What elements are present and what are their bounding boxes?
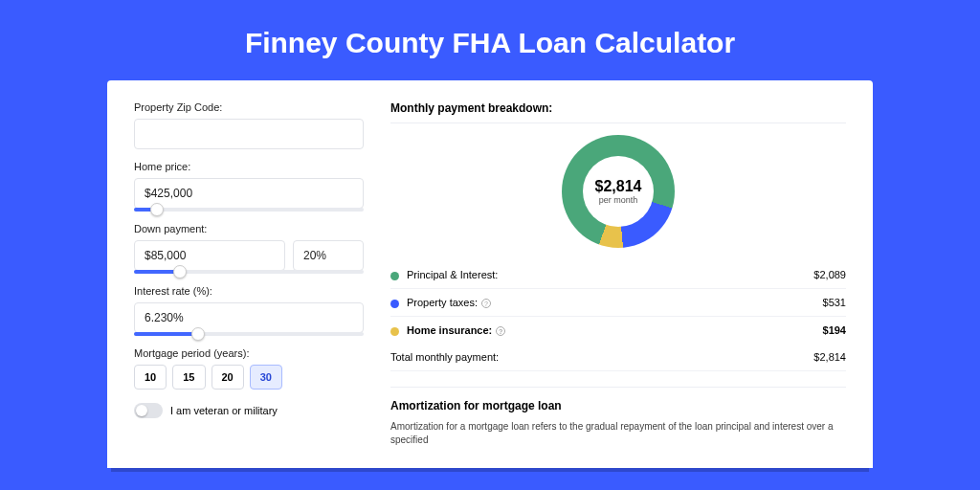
down-payment-label: Down payment: <box>134 223 364 234</box>
interest-rate-label: Interest rate (%): <box>134 285 364 297</box>
total-row: Total monthly payment: $2,814 <box>390 344 846 371</box>
veteran-label: I am veteran or military <box>170 405 278 416</box>
veteran-toggle-row: I am veteran or military <box>134 403 364 418</box>
breakdown-column: Monthly payment breakdown: $2,814 per mo… <box>390 101 846 447</box>
info-icon[interactable]: ? <box>481 299 491 308</box>
breakdown-row-value: $531 <box>823 297 846 308</box>
breakdown-row-label: Principal & Interest: <box>407 269 498 280</box>
breakdown-row-value: $194 <box>823 324 846 336</box>
mortgage-period-field: Mortgage period (years): 10152030 <box>134 347 364 390</box>
interest-rate-field: Interest rate (%): <box>134 285 364 336</box>
slider-thumb-icon[interactable] <box>191 327 205 341</box>
amortization-text: Amortization for a mortgage loan refers … <box>390 420 846 447</box>
down-payment-pct-input[interactable] <box>293 240 364 271</box>
down-payment-input[interactable] <box>134 240 285 271</box>
zip-label: Property Zip Code: <box>134 101 364 113</box>
breakdown-row: Property taxes:?$531 <box>390 289 846 317</box>
slider-thumb-icon[interactable] <box>150 203 164 216</box>
down-payment-slider[interactable] <box>134 270 364 274</box>
donut-sublabel: per month <box>599 195 638 205</box>
slider-thumb-icon[interactable] <box>173 265 187 278</box>
form-column: Property Zip Code: Home price: Down paym… <box>134 101 364 447</box>
calculator-panel: Property Zip Code: Home price: Down paym… <box>107 80 873 468</box>
info-icon[interactable]: ? <box>496 326 505 336</box>
breakdown-row: Principal & Interest:$2,089 <box>390 261 846 289</box>
toggle-knob-icon <box>136 405 147 416</box>
mortgage-period-label: Mortgage period (years): <box>134 347 364 359</box>
amortization-section: Amortization for mortgage loan Amortizat… <box>390 387 846 447</box>
breakdown-row: Home insurance:?$194 <box>390 317 846 344</box>
legend-dot-icon <box>390 327 399 336</box>
legend-dot-icon <box>390 300 399 308</box>
interest-rate-input[interactable] <box>134 302 364 333</box>
interest-rate-slider[interactable] <box>134 332 364 336</box>
breakdown-row-label: Property taxes: <box>407 297 478 308</box>
veteran-toggle[interactable] <box>134 403 163 418</box>
home-price-slider[interactable] <box>134 208 364 212</box>
donut-center: $2,814 per month <box>583 156 654 227</box>
home-price-field: Home price: <box>134 161 364 212</box>
page-title: Finney County FHA Loan Calculator <box>0 0 980 80</box>
total-value: $2,814 <box>813 351 846 363</box>
donut-chart: $2,814 per month <box>390 135 846 248</box>
breakdown-row-value: $2,089 <box>813 269 846 280</box>
home-price-input[interactable] <box>134 178 364 209</box>
legend-dot-icon <box>390 272 399 280</box>
breakdown-row-label: Home insurance: <box>407 324 492 336</box>
zip-input[interactable] <box>134 119 364 149</box>
home-price-label: Home price: <box>134 161 364 172</box>
donut-amount: $2,814 <box>595 178 642 195</box>
period-button-20[interactable]: 20 <box>212 365 244 390</box>
total-label: Total monthly payment: <box>390 351 499 363</box>
amortization-title: Amortization for mortgage loan <box>390 399 846 412</box>
down-payment-field: Down payment: <box>134 223 364 274</box>
period-button-10[interactable]: 10 <box>134 365 167 390</box>
period-button-15[interactable]: 15 <box>172 365 205 390</box>
breakdown-title: Monthly payment breakdown: <box>390 101 846 123</box>
period-button-30[interactable]: 30 <box>250 365 282 390</box>
zip-field: Property Zip Code: <box>134 101 364 149</box>
